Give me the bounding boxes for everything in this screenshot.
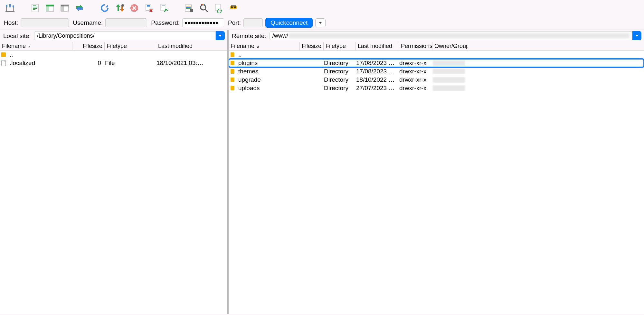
list-item[interactable]: themesDirectory17/08/2023 0…drwxr-xr-x — [229, 67, 644, 76]
col-filetype[interactable]: Filetype — [323, 42, 355, 50]
folder-icon — [231, 86, 234, 90]
svg-rect-1 — [9, 4, 11, 7]
filename: .. — [8, 51, 71, 58]
list-item[interactable]: upgradeDirectory18/10/2022 0…drwxr-xr-x — [229, 76, 644, 84]
svg-rect-33 — [201, 4, 203, 5]
list-item[interactable]: uploadsDirectory27/07/2023 1…drwxr-xr-x — [229, 84, 644, 92]
remote-pane: Remote site: /www/ Filename ∧ Filesize F… — [229, 30, 644, 314]
toggle-log-icon[interactable] — [28, 1, 42, 15]
local-path-dropdown[interactable] — [216, 31, 225, 40]
col-owner[interactable]: Owner/Group — [432, 42, 468, 50]
permissions: drwxr-xr-x — [397, 68, 431, 75]
modified: 27/07/2023 1… — [354, 85, 397, 92]
site-manager-icon[interactable] — [3, 1, 17, 15]
svg-rect-10 — [33, 8, 37, 9]
compare-icon[interactable] — [197, 1, 211, 15]
modified: 17/08/2023 0… — [354, 60, 397, 67]
disconnect-icon[interactable] — [142, 1, 156, 15]
svg-rect-14 — [46, 5, 49, 11]
col-filename[interactable]: Filename ∧ — [229, 42, 299, 50]
filesize: 0 — [71, 60, 103, 67]
col-permissions[interactable]: Permissions — [399, 42, 432, 50]
owner — [431, 85, 466, 91]
toggle-remote-tree-icon[interactable] — [58, 1, 71, 15]
process-queue-icon[interactable] — [113, 1, 126, 15]
cancel-icon[interactable] — [128, 1, 141, 15]
modified: 18/10/2021 03:3… — [155, 60, 205, 67]
file-icon — [1, 60, 6, 66]
sort-asc-icon: ∧ — [28, 44, 31, 49]
modified: 18/10/2022 0… — [354, 76, 397, 83]
filetype: Directory — [322, 68, 354, 75]
col-filetype[interactable]: Filetype — [104, 42, 156, 50]
col-modified[interactable]: Last modified — [355, 42, 399, 50]
col-filename[interactable]: Filename ∧ — [0, 42, 72, 50]
local-file-list[interactable]: ...localized0File18/10/2021 03:3… — [0, 51, 227, 314]
list-item[interactable]: .. — [229, 51, 644, 59]
remote-file-list[interactable]: ..pluginsDirectory17/08/2023 0…drwxr-xr-… — [229, 51, 644, 314]
list-item[interactable]: pluginsDirectory17/08/2023 0…drwxr-xr-x — [229, 59, 644, 67]
chevron-down-icon — [219, 35, 222, 37]
quickconnect-history-dropdown[interactable] — [315, 18, 326, 27]
port-input[interactable] — [243, 18, 263, 27]
filetype: Directory — [322, 60, 354, 67]
refresh-icon[interactable] — [98, 1, 111, 15]
connection-bar: Host: Username: Password: Port: Quickcon… — [0, 16, 644, 30]
svg-line-31 — [205, 9, 208, 12]
sort-asc-icon: ∧ — [257, 44, 260, 49]
username-input[interactable] — [105, 18, 147, 27]
local-path-input[interactable] — [34, 31, 216, 40]
remote-path-dropdown[interactable] — [632, 31, 641, 40]
svg-rect-22 — [147, 6, 150, 7]
toggle-queue-icon[interactable] — [73, 1, 86, 15]
port-label: Port: — [228, 19, 241, 26]
local-columns: Filename ∧ Filesize Filetype Last modifi… — [0, 42, 227, 51]
sync-browse-icon[interactable] — [212, 1, 225, 15]
list-item[interactable]: .localized0File18/10/2021 03:3… — [0, 59, 227, 67]
col-filesize[interactable]: Filesize — [299, 42, 323, 50]
svg-point-39 — [234, 6, 236, 8]
col-filesize[interactable]: Filesize — [72, 42, 104, 50]
filename: .. — [236, 51, 298, 58]
col-modified[interactable]: Last modified — [156, 42, 207, 50]
remote-site-label: Remote site: — [230, 31, 268, 41]
local-site-label: Local site: — [1, 31, 33, 41]
owner — [431, 77, 466, 83]
svg-rect-40 — [231, 5, 236, 6]
owner — [431, 69, 466, 74]
local-pane: Local site: Filename ∧ Filesize Filetype… — [0, 30, 229, 314]
remote-columns: Filename ∧ Filesize Filetype Last modifi… — [229, 42, 644, 51]
list-item[interactable]: .. — [0, 51, 227, 59]
chevron-down-icon — [635, 35, 639, 37]
filename: plugins — [236, 60, 298, 67]
reconnect-icon[interactable] — [157, 1, 171, 15]
svg-rect-0 — [6, 5, 7, 7]
filename: themes — [236, 68, 298, 75]
filename: uploads — [236, 85, 298, 92]
quickconnect-button[interactable]: Quickconnect — [265, 18, 313, 28]
username-label: Username: — [73, 19, 103, 26]
remote-path-input[interactable]: /www/ — [270, 31, 632, 40]
folder-icon — [231, 78, 234, 82]
permissions: drwxr-xr-x — [397, 76, 431, 83]
filename: .localized — [8, 60, 71, 67]
svg-rect-24 — [162, 5, 165, 6]
svg-rect-29 — [190, 9, 193, 12]
folder-icon — [231, 52, 234, 57]
svg-rect-9 — [33, 7, 37, 7]
svg-rect-21 — [147, 5, 150, 6]
search-icon[interactable] — [227, 1, 240, 15]
permissions: drwxr-xr-x — [397, 60, 431, 67]
host-label: Host: — [4, 19, 18, 26]
modified: 17/08/2023 0… — [354, 68, 397, 75]
svg-rect-17 — [61, 5, 64, 11]
owner — [431, 60, 466, 66]
password-label: Password: — [151, 19, 180, 26]
filetype: Directory — [322, 76, 354, 83]
filename: upgrade — [236, 76, 298, 83]
filter-icon[interactable] — [182, 1, 196, 15]
password-input[interactable] — [182, 18, 224, 27]
host-input[interactable] — [21, 18, 69, 27]
toggle-local-tree-icon[interactable] — [43, 1, 57, 15]
permissions: drwxr-xr-x — [397, 85, 431, 92]
